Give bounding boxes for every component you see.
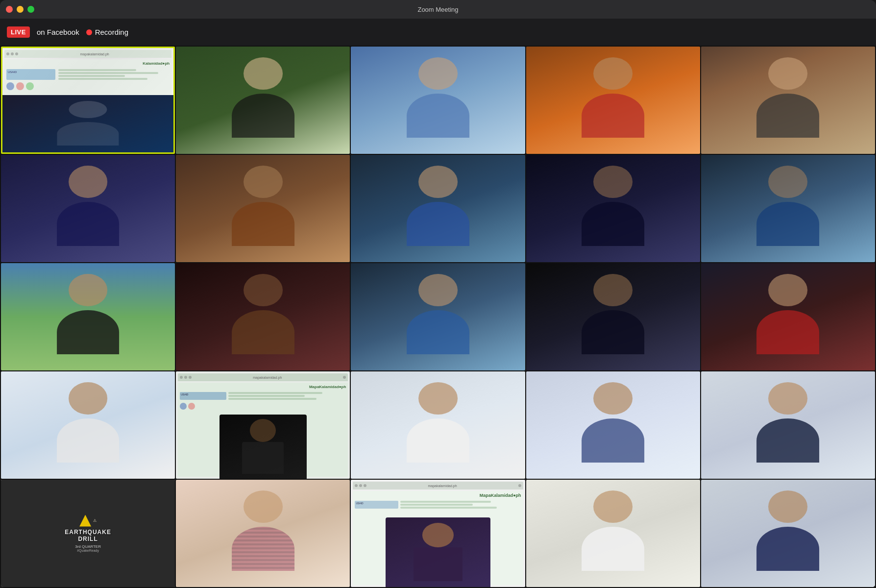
- video-cell-15[interactable]: [701, 263, 875, 370]
- recording-area: Recording: [86, 28, 128, 36]
- video-cell-20[interactable]: [701, 371, 875, 479]
- close-button[interactable]: [6, 6, 13, 13]
- video-cell-9[interactable]: [526, 155, 700, 262]
- video-cell-17[interactable]: mapakalamidad.ph MapaKalamidad●ph USAID: [176, 371, 350, 479]
- video-cell-10[interactable]: [701, 155, 875, 262]
- title-bar: Zoom Meeting: [0, 0, 876, 19]
- video-cell-25[interactable]: [701, 480, 875, 587]
- fullscreen-button[interactable]: [27, 6, 34, 13]
- toolbar: LIVE on Facebook Recording: [0, 19, 876, 46]
- on-facebook-label: on Facebook: [37, 28, 79, 36]
- traffic-lights: [6, 6, 34, 13]
- video-cell-2[interactable]: [176, 47, 350, 154]
- video-cell-7[interactable]: [176, 155, 350, 262]
- video-cell-24[interactable]: [526, 480, 700, 587]
- window-title: Zoom Meeting: [417, 6, 458, 13]
- video-cell-18[interactable]: [351, 371, 525, 479]
- recording-label: Recording: [95, 28, 128, 36]
- zoom-window: Zoom Meeting LIVE on Facebook Recording …: [0, 0, 876, 588]
- video-cell-14[interactable]: [526, 263, 700, 370]
- video-cell-22[interactable]: [176, 480, 350, 587]
- video-cell-6[interactable]: [1, 155, 175, 262]
- video-cell-1[interactable]: mapakalamidad.ph Kalamidad●ph USAID: [1, 47, 175, 154]
- video-cell-12[interactable]: [176, 263, 350, 370]
- video-grid: mapakalamidad.ph Kalamidad●ph USAID: [0, 46, 876, 588]
- video-cell-19[interactable]: [526, 371, 700, 479]
- minimize-button[interactable]: [17, 6, 24, 13]
- video-cell-16[interactable]: [1, 371, 175, 479]
- video-cell-5[interactable]: [701, 47, 875, 154]
- video-cell-13[interactable]: [351, 263, 525, 370]
- video-cell-8[interactable]: [351, 155, 525, 262]
- video-cell-3[interactable]: [351, 47, 525, 154]
- video-cell-21[interactable]: ⚠ EARTHQUAKE DRILL 3rd QUARTER #QuakeRea…: [1, 480, 175, 587]
- video-cell-4[interactable]: [526, 47, 700, 154]
- recording-dot-icon: [86, 29, 92, 35]
- live-badge: LIVE: [7, 26, 30, 38]
- video-cell-23[interactable]: mapakalamidad.ph MapaKalamidad●ph USAID: [351, 480, 525, 587]
- video-cell-11[interactable]: [1, 263, 175, 370]
